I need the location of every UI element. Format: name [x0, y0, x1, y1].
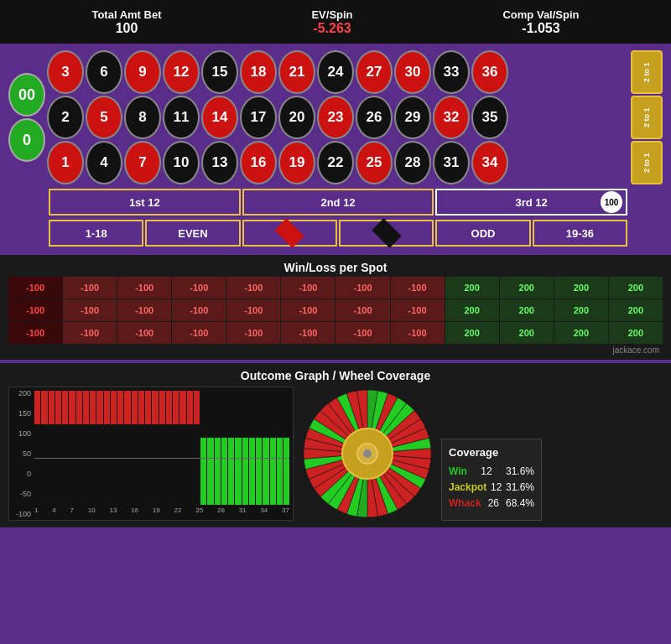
bet-even[interactable]: EVEN — [145, 220, 240, 247]
double-zero-cell[interactable]: 00 — [8, 73, 45, 117]
dozen-2nd[interactable]: 2nd 12 — [242, 189, 434, 216]
num-cell-34[interactable]: 34 — [471, 141, 508, 184]
wl-cell-1-9: 200 — [500, 299, 554, 321]
x-label: 25 — [195, 506, 203, 520]
bar-group — [166, 391, 172, 505]
num-cell-27[interactable]: 27 — [356, 50, 393, 94]
num-cell-20[interactable]: 20 — [278, 96, 315, 139]
num-cell-24[interactable]: 24 — [317, 50, 354, 94]
bet-odd[interactable]: ODD — [435, 220, 530, 247]
bar-negative — [117, 391, 123, 424]
num-cell-3[interactable]: 3 — [47, 50, 84, 94]
num-cell-13[interactable]: 13 — [201, 141, 238, 184]
num-cell-32[interactable]: 32 — [433, 96, 470, 139]
coverage-win-row: Win 12 31.6% — [449, 465, 534, 477]
num-cell-23[interactable]: 23 — [317, 96, 354, 139]
wl-cell-2-10: 200 — [554, 322, 608, 344]
wl-cell-1-5: -100 — [281, 299, 335, 321]
num-cell-11[interactable]: 11 — [163, 96, 200, 139]
num-cell-7[interactable]: 7 — [124, 141, 161, 184]
num-cell-29[interactable]: 29 — [394, 96, 431, 139]
num-cell-30[interactable]: 30 — [394, 50, 431, 94]
num-cell-8[interactable]: 8 — [124, 96, 161, 139]
num-cell-15[interactable]: 15 — [201, 50, 238, 94]
num-cell-33[interactable]: 33 — [433, 50, 470, 94]
winloss-section: Win/Loss per Spot -100-100-100-100-100-1… — [0, 255, 671, 360]
bar-group — [83, 391, 89, 505]
bar-negative — [179, 391, 185, 424]
num-cell-18[interactable]: 18 — [240, 50, 277, 94]
wl-cell-2-4: -100 — [226, 322, 280, 344]
wl-cell-0-0: -100 — [8, 277, 62, 299]
x-label: 28 — [217, 506, 225, 520]
bet-black[interactable] — [339, 220, 434, 247]
total-amt-bet-col: Total Amt Bet 100 — [91, 8, 161, 36]
bar-negative — [96, 391, 102, 424]
x-label: 19 — [153, 506, 160, 520]
num-cell-5[interactable]: 5 — [86, 96, 122, 139]
bar-group — [124, 391, 130, 505]
number-row-1: 258111417202326293235 — [47, 96, 629, 139]
numbers-grid: 3691215182124273033362581114172023262932… — [47, 50, 629, 184]
bar-positive — [249, 438, 255, 505]
bar-positive — [215, 438, 221, 505]
bet-1-18[interactable]: 1-18 — [49, 220, 143, 247]
bet-19-36[interactable]: 19-36 — [533, 220, 627, 247]
bar-group — [111, 391, 117, 505]
wl-cell-0-2: -100 — [117, 277, 171, 299]
bar-negative — [34, 391, 40, 424]
col-2to1-top[interactable]: 2 to 1 — [631, 50, 663, 94]
bar-group — [200, 391, 206, 505]
num-cell-26[interactable]: 26 — [356, 96, 393, 139]
winloss-row-2: -100-100-100-100-100-100-100-10020020020… — [8, 322, 663, 344]
num-cell-28[interactable]: 28 — [394, 141, 431, 184]
dozen-1st[interactable]: 1st 12 — [49, 189, 241, 216]
num-cell-16[interactable]: 16 — [240, 141, 277, 184]
bet-red[interactable] — [242, 220, 337, 247]
wl-cell-0-7: -100 — [391, 277, 445, 299]
coverage-win-count: 12 — [481, 465, 492, 477]
num-cell-14[interactable]: 14 — [201, 96, 238, 139]
num-cell-19[interactable]: 19 — [278, 141, 315, 184]
num-cell-35[interactable]: 35 — [471, 96, 508, 139]
bar-group — [62, 391, 68, 505]
num-cell-12[interactable]: 12 — [163, 50, 200, 94]
bar-negative — [124, 391, 130, 424]
num-cell-22[interactable]: 22 — [317, 141, 354, 184]
wl-cell-2-2: -100 — [117, 322, 171, 344]
num-cell-9[interactable]: 9 — [124, 50, 161, 94]
num-cell-31[interactable]: 31 — [433, 141, 470, 184]
num-cell-25[interactable]: 25 — [356, 141, 393, 184]
num-cell-1[interactable]: 1 — [47, 141, 84, 184]
bar-positive — [235, 438, 241, 505]
winloss-title: Win/Loss per Spot — [8, 258, 663, 277]
winloss-row-1: -100-100-100-100-100-100-100-10020020020… — [8, 299, 663, 321]
num-cell-36[interactable]: 36 — [471, 50, 508, 94]
outcome-section: Outcome Graph / Wheel Coverage 200150100… — [0, 363, 671, 527]
zero-cell[interactable]: 0 — [8, 118, 45, 162]
coverage-whack-row: Whack 26 68.4% — [449, 497, 534, 509]
bar-group — [215, 391, 221, 505]
outside-row: 1-18 EVEN ODD 19-36 — [8, 220, 663, 247]
num-cell-21[interactable]: 21 — [278, 50, 315, 94]
bar-group — [242, 391, 248, 505]
wl-cell-0-8: 200 — [445, 277, 499, 299]
col-2to1-mid[interactable]: 2 to 1 — [631, 96, 663, 139]
bar-group — [277, 391, 283, 505]
num-cell-6[interactable]: 6 — [86, 50, 122, 94]
num-cell-4[interactable]: 4 — [86, 141, 122, 184]
col-2to1-bot[interactable]: 2 to 1 — [631, 141, 663, 184]
bar-negative — [166, 391, 172, 424]
num-cell-10[interactable]: 10 — [163, 141, 200, 184]
bar-chart-area: 200150100500-50-100 14710131619222528313… — [8, 387, 294, 521]
wl-cell-0-3: -100 — [172, 277, 226, 299]
num-cell-2[interactable]: 2 — [47, 96, 84, 139]
wl-cell-1-1: -100 — [63, 299, 117, 321]
total-amt-bet-label: Total Amt Bet — [91, 8, 161, 21]
dozen-3rd[interactable]: 3rd 12 100 — [435, 189, 627, 216]
bar-group — [145, 391, 151, 505]
bar-group — [187, 391, 193, 505]
bar-group — [270, 391, 276, 505]
num-cell-17[interactable]: 17 — [240, 96, 277, 139]
bar-group — [152, 391, 158, 505]
